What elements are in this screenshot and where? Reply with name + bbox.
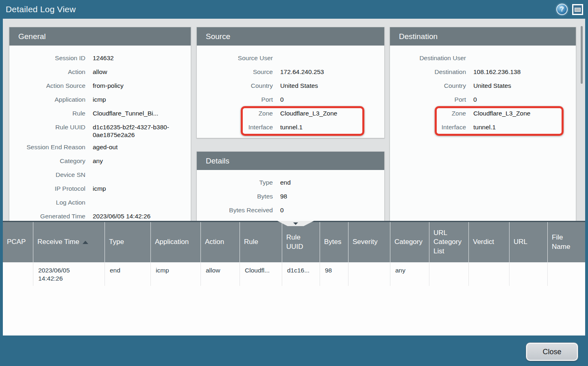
col-header-action[interactable]: Action (201, 222, 240, 262)
col-header-pcap[interactable]: PCAP (3, 222, 33, 262)
col-header-file-name[interactable]: File Name (548, 222, 585, 262)
cell-rule-uuid: d1c16... (282, 262, 320, 286)
col-header-verdict[interactable]: Verdict (469, 222, 510, 262)
field-row-bytes-received: Bytes Received0 (197, 204, 384, 218)
field-row-source-user: Source User (197, 52, 384, 66)
log-table: PCAP Receive Time Type Application Actio… (3, 221, 585, 336)
details-panel-body: Typeend Bytes98 Bytes Received0 (197, 170, 384, 221)
field-row-ip-protocol: IP Protocolicmp (9, 183, 191, 196)
maximize-window-icon[interactable] (572, 4, 583, 15)
col-header-receive-time[interactable]: Receive Time (33, 222, 105, 262)
source-panel: Source Source User Source172.64.240.253 … (196, 27, 385, 138)
destination-panel-header: Destination (390, 27, 576, 46)
field-row-bytes: Bytes98 (197, 190, 384, 204)
details-panel-header: Details (197, 152, 384, 170)
col-header-application[interactable]: Application (151, 222, 201, 262)
cell-action: allow (201, 262, 240, 286)
close-button[interactable]: Close (526, 343, 578, 361)
general-panel: General Session ID124632 Actionallow Act… (9, 27, 191, 221)
col-header-severity[interactable]: Severity (348, 222, 390, 262)
destination-zone-interface-group: ZoneCloudflare_L3_Zone Interfacetunnel.1 (390, 107, 576, 135)
cell-rule: Cloudfl... (240, 262, 282, 286)
col-header-url[interactable]: URL (510, 222, 548, 262)
field-row-type: Typeend (197, 176, 384, 190)
window-glyph (575, 8, 581, 12)
field-row-action: Actionallow (9, 66, 191, 80)
col-header-type[interactable]: Type (105, 222, 151, 262)
log-detail-panels-area: General Session ID124632 Actionallow Act… (3, 19, 585, 221)
help-icon[interactable]: ? (556, 4, 568, 15)
titlebar-icons: ? (556, 4, 583, 15)
cell-receive-time: 2023/06/05 14:42:26 (33, 262, 105, 286)
dialog-titlebar: Detailed Log View ? (0, 0, 588, 19)
field-row-port: Port0 (197, 94, 384, 107)
field-row-zone: ZoneCloudflare_L3_Zone (197, 107, 384, 121)
field-row-session-id: Session ID124632 (9, 52, 191, 66)
field-row-action-source: Action Sourcefrom-policy (9, 80, 191, 94)
cell-type: end (105, 262, 151, 286)
cell-category: any (390, 262, 429, 286)
col-header-rule[interactable]: Rule (240, 222, 282, 262)
cell-verdict (469, 262, 510, 286)
field-row-destination: Destination108.162.236.138 (390, 66, 576, 80)
field-row-category: Categoryany (9, 155, 191, 169)
cell-file-name (548, 262, 585, 286)
chevron-down-icon (293, 222, 298, 225)
field-row-device-sn: Device SN (9, 169, 191, 183)
field-row-rule-uuid: Rule UUIDd1c16235-b2f2-4327-b380-0ae1875… (9, 121, 191, 141)
col-header-url-category-list[interactable]: URL Category List (429, 222, 469, 262)
source-panel-header: Source (197, 27, 384, 46)
log-table-header-row: PCAP Receive Time Type Application Actio… (3, 221, 585, 262)
col-header-bytes[interactable]: Bytes (320, 222, 348, 262)
field-row-zone: ZoneCloudflare_L3_Zone (390, 107, 576, 121)
cell-bytes: 98 (320, 262, 348, 286)
source-zone-interface-group: ZoneCloudflare_L3_Zone Interfacetunnel.1 (197, 107, 384, 135)
field-row-rule: RuleCloudflare_Tunnel_Bi... (9, 107, 191, 121)
cell-url (510, 262, 548, 286)
sort-ascending-icon (83, 241, 88, 244)
log-table-row[interactable]: 2023/06/05 14:42:26 end icmp allow Cloud… (3, 262, 585, 286)
cell-severity (348, 262, 390, 286)
field-row-source: Source172.64.240.253 (197, 66, 384, 80)
col-header-category[interactable]: Category (390, 222, 429, 262)
destination-panel-body: Destination User Destination108.162.236.… (390, 46, 576, 138)
destination-panel: Destination Destination User Destination… (390, 27, 576, 221)
general-panel-body: Session ID124632 Actionallow Action Sour… (9, 46, 191, 221)
field-row-interface: Interfacetunnel.1 (197, 121, 384, 135)
col-header-rule-uuid[interactable]: Rule UUID (282, 222, 320, 262)
cell-url-category-list (429, 262, 469, 286)
field-row-country: CountryUnited States (197, 80, 384, 94)
cell-pcap (3, 262, 33, 286)
field-row-country: CountryUnited States (390, 80, 576, 94)
source-panel-body: Source User Source172.64.240.253 Country… (197, 46, 384, 138)
field-row-destination-user: Destination User (390, 52, 576, 66)
field-row-session-end-reason: Session End Reasonaged-out (9, 141, 191, 155)
field-row-application: Applicationicmp (9, 94, 191, 107)
field-row-port: Port0 (390, 94, 576, 107)
vertical-scrollbar-thumb[interactable] (581, 26, 583, 84)
field-row-interface: Interfacetunnel.1 (390, 121, 576, 135)
details-panel: Details Typeend Bytes98 Bytes Received0 (196, 151, 385, 221)
field-row-log-action: Log Action (9, 196, 191, 210)
field-row-generated-time: Generated Time2023/06/05 14:42:26 (9, 210, 191, 221)
dialog-title: Detailed Log View (6, 4, 76, 14)
cell-application: icmp (151, 262, 201, 286)
general-panel-header: General (9, 27, 191, 46)
